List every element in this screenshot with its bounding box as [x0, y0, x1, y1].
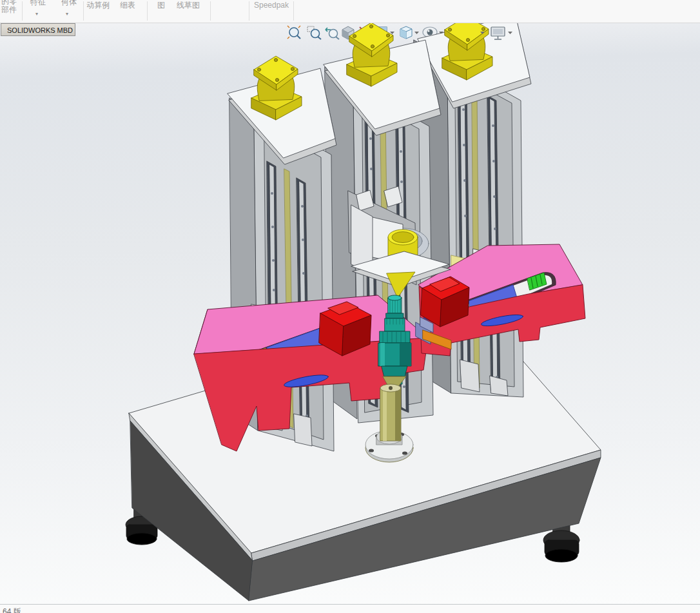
ribbon-item-features[interactable]: 特征	[23, 0, 53, 6]
ribbon-label: 动算例	[85, 1, 111, 10]
ribbon-label: 特征	[23, 0, 53, 6]
chevron-down-icon[interactable]	[480, 32, 485, 34]
chevron-down-icon[interactable]: ▾	[35, 11, 38, 17]
ribbon-toolbar: 的零 部件 特征 ▾ 何体 ▾ 动算例 细表 图 线草图 Speedpak	[0, 0, 700, 23]
ribbon-label: 细表	[118, 1, 137, 10]
ribbon-label: 部件	[1, 6, 17, 14]
chevron-down-icon[interactable]: ▾	[66, 11, 68, 17]
chevron-down-icon[interactable]	[508, 32, 512, 34]
status-bar: 64 版	[0, 604, 700, 613]
ribbon-item-refgeometry[interactable]: 何体	[54, 0, 84, 6]
view-settings-icon[interactable]	[491, 27, 505, 39]
ribbon-item-exploded-view[interactable]: 图	[155, 1, 168, 10]
ribbon-label: 线草图	[175, 1, 201, 10]
ribbon-label: 何体	[54, 0, 84, 6]
ribbon-label: Speedpak	[253, 1, 290, 10]
heads-up-toolbar-right	[0, 23, 700, 604]
ribbon-item-explode-line[interactable]: 线草图	[175, 1, 201, 10]
ribbon-label: 图	[155, 1, 168, 10]
graphics-viewport[interactable]: A	[0, 23, 700, 604]
ribbon-item-hidden-components[interactable]: 的零 部件	[1, 0, 17, 14]
status-text: 64 版	[3, 607, 21, 613]
ribbon-item-motion-study[interactable]: 动算例	[85, 1, 111, 10]
ribbon-item-speedpak[interactable]: Speedpak	[253, 1, 290, 10]
tab-solidworks-mbd[interactable]: SOLIDWORKS MBD	[1, 23, 75, 36]
ribbon-item-bom[interactable]: 细表	[118, 1, 137, 10]
